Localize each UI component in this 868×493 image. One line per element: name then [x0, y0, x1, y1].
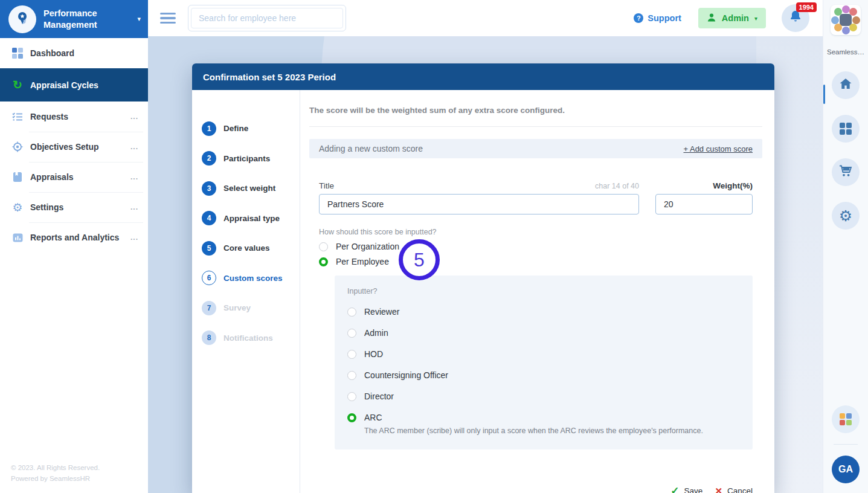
radio-countersigning-officer[interactable]: Countersigning Officer	[347, 370, 739, 380]
more-indicator: ...	[130, 112, 138, 121]
arc-description: The ARC member (scribe) will only input …	[364, 427, 739, 435]
section-title: Adding a new custom score	[319, 144, 423, 153]
admin-menu-button[interactable]: Admin ▾	[698, 8, 766, 28]
char-counter: char 14 of 40	[595, 182, 639, 190]
sidebar-item-label: Requests	[30, 112, 68, 121]
step-notifications[interactable]: 8 Notifications	[202, 323, 300, 353]
weight-input[interactable]	[655, 194, 753, 214]
support-link[interactable]: ? Support	[634, 13, 681, 23]
radio-reviewer[interactable]: Reviewer	[347, 307, 739, 317]
gear-icon: ⚙	[11, 201, 24, 213]
sidebar: Performance Management ▾ Dashboard ↻ App…	[0, 0, 148, 493]
marketplace-button[interactable]	[832, 158, 860, 186]
sidebar-item-objectives-setup[interactable]: Objectives Setup ...	[0, 132, 148, 162]
step-label: Participants	[223, 154, 270, 163]
radio-label: Per Organization	[336, 242, 399, 251]
search-input[interactable]	[191, 8, 343, 28]
support-label: Support	[648, 13, 681, 23]
ms-apps-button[interactable]	[832, 405, 860, 433]
avatar[interactable]: GA	[832, 456, 860, 483]
add-custom-score-link[interactable]: + Add custom score	[683, 144, 753, 153]
radio-icon	[347, 350, 356, 359]
radio-icon	[347, 371, 356, 380]
more-indicator: ...	[130, 233, 138, 242]
inputter-panel: Inputter? Reviewer Admin HOD	[335, 276, 753, 450]
sidebar-item-appraisal-cycles[interactable]: ↻ Appraisal Cycles	[0, 68, 148, 102]
step-number: 2	[202, 151, 216, 166]
radio-label: Director	[364, 392, 394, 401]
cycle-icon: ↻	[11, 79, 24, 91]
sidebar-item-reports-analytics[interactable]: Reports and Analytics ...	[0, 222, 148, 253]
step-number: 6	[202, 271, 216, 285]
weight-label: Weight(%)	[655, 181, 753, 190]
step-define[interactable]: 1 Define	[202, 114, 300, 144]
step-core-values[interactable]: 5 Core values	[202, 233, 300, 263]
mode-question-label: How should this score be inputted?	[319, 228, 753, 236]
home-button[interactable]	[832, 71, 860, 99]
step-number: 3	[202, 181, 216, 196]
dashboard-icon	[11, 47, 24, 59]
radio-per-organization[interactable]: Per Organization	[319, 242, 753, 251]
step-participants[interactable]: 2 Participants	[202, 144, 300, 174]
app-rail: Seamless… ⚙ GA	[823, 0, 868, 493]
step-number: 7	[202, 301, 216, 315]
wizard-stepper: 1 Define 2 Participants 3 Select weight …	[192, 90, 300, 493]
modal-header: Confirmation set 5 2023 Period	[192, 63, 774, 90]
bell-icon	[789, 10, 802, 27]
more-indicator: ...	[130, 203, 138, 211]
step-label: Select weight	[223, 184, 275, 193]
step-appraisal-type[interactable]: 4 Appraisal type	[202, 204, 300, 234]
sidebar-item-label: Appraisals	[30, 172, 74, 182]
admin-settings-button[interactable]: ⚙	[832, 202, 860, 230]
step-label: Notifications	[223, 334, 273, 343]
target-icon	[11, 141, 24, 153]
grid-icon	[840, 123, 852, 135]
sidebar-item-requests[interactable]: Requests ...	[0, 102, 148, 132]
admin-label: Admin	[722, 13, 749, 23]
step-select-weight[interactable]: 3 Select weight	[202, 173, 300, 204]
sidebar-item-label: Appraisal Cycles	[30, 80, 98, 90]
radio-per-employee[interactable]: Per Employee	[319, 257, 753, 266]
radio-label: Per Employee	[336, 257, 389, 266]
step-label: Custom scores	[223, 274, 283, 283]
chevron-down-icon[interactable]: ▾	[137, 15, 141, 23]
cancel-button[interactable]: Cancel	[727, 486, 753, 493]
more-indicator: ...	[130, 173, 138, 181]
title-input[interactable]	[319, 194, 639, 214]
radio-label: ARC	[364, 413, 382, 422]
step-label: Appraisal type	[223, 214, 280, 223]
save-button[interactable]: Save	[684, 486, 703, 493]
hamburger-menu-icon[interactable]	[160, 13, 176, 24]
radio-icon	[347, 392, 356, 401]
modal-title: Confirmation set 5 2023 Period	[203, 72, 336, 82]
sidebar-item-appraisals[interactable]: Appraisals ...	[0, 162, 148, 192]
sidebar-header[interactable]: Performance Management ▾	[0, 0, 148, 38]
form-actions: ✓ Save ✕ Cancel	[319, 485, 753, 493]
home-icon	[838, 77, 853, 93]
radio-admin[interactable]: Admin	[347, 328, 739, 338]
step-content: 5 The score will be the weighted sum of …	[300, 90, 774, 493]
copyright-footer: © 2023. All Rights Reserved. Powered by …	[11, 463, 100, 485]
radio-checked-icon	[347, 413, 356, 422]
step-number: 5	[202, 241, 216, 256]
radio-arc[interactable]: ARC	[347, 413, 739, 422]
annotation-step-marker: 5	[399, 239, 440, 280]
rail-scroll-indicator	[823, 85, 825, 104]
modules-button[interactable]	[832, 115, 860, 143]
radio-icon	[319, 242, 328, 251]
seamless-apps-logo[interactable]	[831, 5, 861, 35]
radio-checked-icon	[319, 257, 328, 266]
brand-logo	[8, 5, 36, 33]
powered-by-line: Powered by SeamlessHR	[11, 474, 100, 485]
medal-icon	[14, 10, 30, 28]
sidebar-item-settings[interactable]: ⚙ Settings ...	[0, 192, 148, 222]
cart-icon	[838, 164, 853, 180]
sidebar-item-dashboard[interactable]: Dashboard	[0, 38, 148, 68]
radio-director[interactable]: Director	[347, 392, 739, 401]
step-label: Core values	[223, 243, 270, 253]
sidebar-item-label: Settings	[30, 202, 63, 212]
step-survey[interactable]: 7 Survey	[202, 293, 300, 323]
step-custom-scores[interactable]: 6 Custom scores	[202, 263, 300, 294]
radio-icon	[347, 329, 356, 338]
radio-hod[interactable]: HOD	[347, 349, 739, 359]
